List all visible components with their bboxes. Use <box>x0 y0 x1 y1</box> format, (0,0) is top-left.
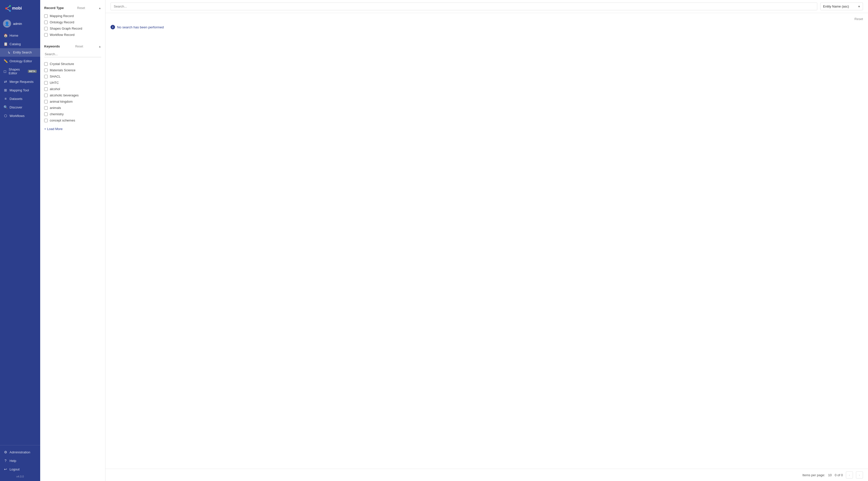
checkbox-workflow-record[interactable] <box>44 33 48 37</box>
results-panel: Entity Name (asc) Entity Name (desc) Rec… <box>105 0 868 481</box>
filter-item-shacl[interactable]: SHACL <box>44 73 101 79</box>
nav-item-discover[interactable]: 🔍 Discover <box>0 103 40 111</box>
items-per-page-label: Items per page: <box>802 473 825 477</box>
keywords-items: Crystal Structure Materials Science SHAC… <box>40 60 105 126</box>
prev-page-button[interactable]: ‹ <box>846 472 853 479</box>
nav-item-help[interactable]: ? Help <box>0 456 40 465</box>
nav-item-ontology-editor[interactable]: ✏️ Ontology Editor <box>0 57 40 65</box>
label-workflow-record: Workflow Record <box>50 33 74 37</box>
no-search-text: No search has been performed <box>117 25 164 29</box>
results-body: Reset i No search has been performed <box>105 13 868 469</box>
sort-select[interactable]: Entity Name (asc) Entity Name (desc) Rec… <box>820 2 863 10</box>
checkbox-shapes-graph-record[interactable] <box>44 27 48 30</box>
checkbox-animal-kingdom[interactable] <box>44 100 48 103</box>
home-icon: 🏠 <box>3 33 7 37</box>
pagination-footer: Items per page: 10 0 of 0 ‹ › <box>105 469 868 481</box>
keywords-header[interactable]: Keywords Reset ▲ <box>40 42 105 50</box>
reset-results-button[interactable]: Reset <box>855 17 863 21</box>
next-page-button[interactable]: › <box>856 472 863 479</box>
filter-item-ontology-record[interactable]: Ontology Record <box>44 19 101 25</box>
nav-item-mapping-tool[interactable]: ⊞ Mapping Tool <box>0 86 40 94</box>
label-shapes-graph-record: Shapes Graph Record <box>50 27 82 30</box>
beta-badge: BETA <box>28 70 37 73</box>
label-crystal-structure: Crystal Structure <box>50 62 74 66</box>
filter-item-workflow-record[interactable]: Workflow Record <box>44 32 101 38</box>
checkbox-concept-schemes[interactable] <box>44 119 48 122</box>
nav-label-mapping-tool: Mapping Tool <box>9 88 29 92</box>
checkbox-materials-science[interactable] <box>44 68 48 72</box>
app-version: v4.0.0 <box>0 474 40 480</box>
svg-text:mobi: mobi <box>12 6 22 10</box>
filter-item-alcohol[interactable]: alcohol <box>44 86 101 92</box>
label-shacl: SHACL <box>50 74 61 78</box>
ontology-editor-icon: ✏️ <box>3 59 7 63</box>
nav-label-shapes-editor: Shapes Editor <box>9 67 25 75</box>
username: admin <box>13 22 22 26</box>
filter-item-animal-kingdom[interactable]: animal kingdom <box>44 98 101 105</box>
checkbox-alcoholic-beverages[interactable] <box>44 94 48 97</box>
checkbox-chemistry[interactable] <box>44 113 48 116</box>
administration-icon: ⚙ <box>3 450 7 454</box>
record-type-reset[interactable]: Reset <box>77 6 85 10</box>
user-section: 👤 admin <box>0 17 40 31</box>
filter-item-crystal-structure[interactable]: Crystal Structure <box>44 61 101 67</box>
checkbox-mapping-record[interactable] <box>44 14 48 18</box>
filter-item-mapping-record[interactable]: Mapping Record <box>44 13 101 19</box>
discover-icon: 🔍 <box>3 105 7 109</box>
keywords-reset[interactable]: Reset <box>75 45 83 48</box>
filter-item-uhtc[interactable]: UHTC <box>44 79 101 86</box>
label-alcoholic-beverages: alcoholic beverages <box>50 93 79 97</box>
info-icon: i <box>111 25 115 29</box>
nav-item-logout[interactable]: ↩ Logout <box>0 465 40 474</box>
nav-label-discover: Discover <box>9 105 22 109</box>
label-chemistry: chemistry <box>50 112 64 116</box>
nav-item-datasets[interactable]: ≡ Datasets <box>0 94 40 103</box>
label-animals: animals <box>50 106 61 110</box>
svg-line-4 <box>7 9 9 10</box>
label-uhtc: UHTC <box>50 81 59 85</box>
avatar: 👤 <box>3 20 11 28</box>
checkbox-crystal-structure[interactable] <box>44 62 48 66</box>
checkbox-alcohol[interactable] <box>44 87 48 91</box>
entity-search-icon: ↳ <box>7 51 11 55</box>
filter-item-alcoholic-beverages[interactable]: alcoholic beverages <box>44 92 101 98</box>
filter-item-chemistry[interactable]: chemistry <box>44 111 101 117</box>
sidebar: mobi 👤 admin 🏠 Home 📋 Catalog ↳ Entity S… <box>0 0 40 481</box>
filter-item-materials-science[interactable]: Materials Science <box>44 67 101 73</box>
nav-item-catalog[interactable]: 📋 Catalog <box>0 40 40 48</box>
keywords-title: Keywords <box>44 44 60 48</box>
checkbox-animals[interactable] <box>44 106 48 110</box>
datasets-icon: ≡ <box>3 97 7 101</box>
filter-item-shapes-graph-record[interactable]: Shapes Graph Record <box>44 25 101 32</box>
keywords-search-input[interactable] <box>44 51 101 57</box>
filter-item-animals[interactable]: animals <box>44 105 101 111</box>
checkbox-shacl[interactable] <box>44 75 48 78</box>
main-nav: 🏠 Home 📋 Catalog ↳ Entity Search ✏️ Onto… <box>0 31 40 445</box>
keywords-section: Keywords Reset ▲ Crystal Structure Mater… <box>40 42 105 132</box>
nav-item-shapes-editor[interactable]: ◻ Shapes Editor BETA <box>0 65 40 77</box>
record-type-header[interactable]: Record Type Reset ▲ <box>40 4 105 12</box>
nav-item-merge-requests[interactable]: ⇄ Merge Requests <box>0 77 40 86</box>
search-input-wrap <box>111 2 817 10</box>
help-icon: ? <box>3 459 7 463</box>
shapes-editor-icon: ◻ <box>3 69 7 73</box>
nav-label-catalog: Catalog <box>9 42 21 46</box>
sort-select-wrap: Entity Name (asc) Entity Name (desc) Rec… <box>820 2 863 10</box>
svg-line-3 <box>7 6 9 8</box>
nav-item-home[interactable]: 🏠 Home <box>0 31 40 40</box>
page-info: 0 of 0 <box>835 473 843 477</box>
search-input[interactable] <box>111 2 817 10</box>
nav-item-entity-search[interactable]: ↳ Entity Search <box>0 48 40 57</box>
nav-item-workflows[interactable]: ⬡ Workflows <box>0 111 40 120</box>
nav-label-administration: Administration <box>9 450 30 454</box>
logout-icon: ↩ <box>3 467 7 471</box>
filter-item-concept-schemes[interactable]: concept schemes <box>44 117 101 124</box>
load-more-button[interactable]: + Load More <box>40 126 105 132</box>
svg-point-2 <box>9 10 11 12</box>
nav-item-administration[interactable]: ⚙ Administration <box>0 448 40 456</box>
label-animal-kingdom: animal kingdom <box>50 100 72 103</box>
nav-label-help: Help <box>9 459 16 463</box>
checkbox-ontology-record[interactable] <box>44 21 48 24</box>
checkbox-uhtc[interactable] <box>44 81 48 85</box>
keywords-chevron: ▲ <box>98 45 101 48</box>
